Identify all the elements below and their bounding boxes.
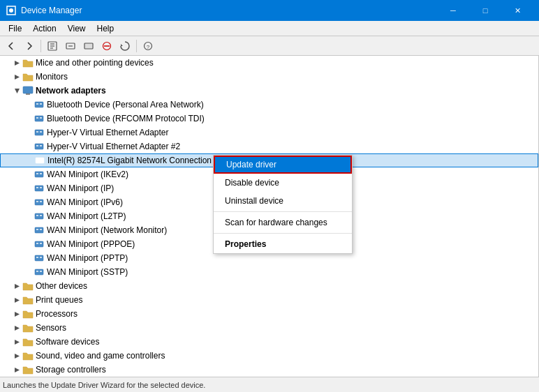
status-text: Launches the Update Driver Wizard for th… bbox=[3, 381, 205, 389]
menu-help[interactable]: Help bbox=[91, 21, 120, 36]
svg-rect-50 bbox=[36, 243, 38, 244]
expand-icon[interactable] bbox=[22, 211, 34, 222]
svg-rect-30 bbox=[40, 145, 42, 146]
tree-item-label: WAN Miniport (IKEv2) bbox=[47, 169, 128, 179]
node-icon bbox=[22, 364, 34, 375]
tree-item-label: Hyper-V Virtual Ethernet Adapter #2 bbox=[47, 142, 180, 151]
tree-item-software[interactable]: Software devices bbox=[0, 335, 538, 349]
tree-item-sound[interactable]: Sound, video and game controllers bbox=[0, 349, 538, 363]
expand-icon[interactable] bbox=[11, 308, 22, 319]
tree-item-bluetooth2[interactable]: Bluetooth Device (RFCOMM Protocol TDI) bbox=[0, 112, 538, 126]
tree-item-network[interactable]: Network adapters bbox=[0, 84, 538, 98]
menu-view[interactable]: View bbox=[62, 21, 91, 36]
context-update-driver[interactable]: Update driver bbox=[214, 156, 352, 174]
tree-item-label: Processors bbox=[36, 309, 77, 319]
svg-rect-54 bbox=[40, 257, 42, 258]
svg-marker-16 bbox=[15, 89, 20, 93]
tree-item-wan-sstp[interactable]: WAN Miniport (SSTP) bbox=[0, 265, 538, 279]
toolbar-properties[interactable] bbox=[44, 38, 61, 54]
expand-icon[interactable] bbox=[22, 127, 34, 138]
tree-item-print[interactable]: Print queues bbox=[0, 293, 538, 307]
toolbar-uninstall[interactable] bbox=[98, 38, 115, 54]
tree-item-mice[interactable]: Mice and other pointing devices bbox=[0, 56, 538, 70]
expand-icon[interactable] bbox=[22, 225, 34, 236]
context-separator-2 bbox=[214, 233, 352, 234]
svg-text:?: ? bbox=[147, 44, 150, 50]
tree-item-other[interactable]: Other devices bbox=[0, 279, 538, 293]
svg-marker-60 bbox=[15, 312, 20, 317]
svg-rect-34 bbox=[35, 172, 43, 177]
node-icon bbox=[22, 294, 34, 306]
svg-rect-55 bbox=[35, 269, 43, 275]
toolbar-help[interactable]: ? bbox=[140, 38, 156, 54]
expand-icon[interactable] bbox=[11, 336, 22, 347]
context-disable-device[interactable]: Disable device bbox=[214, 174, 352, 192]
node-icon bbox=[34, 141, 45, 152]
expand-icon[interactable] bbox=[22, 239, 34, 250]
svg-rect-48 bbox=[40, 229, 42, 230]
expand-icon[interactable] bbox=[11, 85, 22, 96]
expand-icon[interactable] bbox=[22, 266, 34, 278]
expand-icon[interactable] bbox=[22, 113, 34, 124]
expand-icon[interactable] bbox=[22, 197, 34, 208]
toolbar-forward[interactable] bbox=[21, 38, 38, 54]
expand-icon[interactable] bbox=[11, 71, 22, 82]
node-icon bbox=[34, 183, 45, 194]
toolbar-back[interactable] bbox=[3, 38, 20, 54]
expand-icon[interactable] bbox=[11, 322, 22, 333]
close-button[interactable]: ✕ bbox=[501, 0, 533, 21]
tree-item-monitors[interactable]: Monitors bbox=[0, 70, 538, 84]
tree-item-storage[interactable]: Storage controllers bbox=[0, 363, 538, 377]
menu-action[interactable]: Action bbox=[27, 21, 61, 36]
node-icon bbox=[22, 322, 34, 333]
svg-marker-64 bbox=[15, 368, 20, 372]
svg-marker-63 bbox=[15, 354, 20, 359]
svg-rect-33 bbox=[40, 159, 43, 160]
expand-icon[interactable] bbox=[22, 141, 34, 152]
expand-icon[interactable] bbox=[11, 57, 22, 68]
svg-rect-39 bbox=[40, 187, 42, 188]
tree-item-label: Storage controllers bbox=[36, 365, 106, 375]
svg-marker-15 bbox=[15, 75, 20, 80]
window-controls: ─ □ ✕ bbox=[437, 0, 533, 21]
expand-icon[interactable] bbox=[22, 252, 34, 264]
window-title: Device Manager bbox=[21, 6, 437, 15]
toolbar-update-driver[interactable] bbox=[62, 38, 79, 54]
expand-icon[interactable] bbox=[22, 169, 34, 180]
menu-file[interactable]: File bbox=[3, 21, 27, 36]
tree-item-label: Bluetooth Device (Personal Area Network) bbox=[47, 100, 204, 110]
expand-icon[interactable] bbox=[22, 99, 34, 110]
svg-rect-41 bbox=[36, 201, 38, 202]
context-uninstall-device[interactable]: Uninstall device bbox=[214, 192, 352, 210]
toolbar-scan[interactable] bbox=[117, 38, 133, 54]
tree-item-processors[interactable]: Processors bbox=[0, 307, 538, 321]
minimize-button[interactable]: ─ bbox=[437, 0, 469, 21]
node-icon bbox=[34, 197, 45, 208]
context-scan-hardware[interactable]: Scan for hardware changes bbox=[214, 213, 352, 232]
context-properties[interactable]: Properties bbox=[214, 235, 352, 253]
tree-item-label: WAN Miniport (PPPOE) bbox=[47, 239, 135, 249]
tree-item-hyperv2[interactable]: Hyper-V Virtual Ethernet Adapter #2 bbox=[0, 140, 538, 153]
tree-item-label: Other devices bbox=[36, 281, 87, 291]
menu-bar: File Action View Help bbox=[0, 21, 539, 36]
node-icon bbox=[34, 252, 45, 264]
tree-item-label: Bluetooth Device (RFCOMM Protocol TDI) bbox=[47, 114, 205, 123]
tree-item-label: WAN Miniport (Network Monitor) bbox=[47, 225, 167, 235]
node-icon bbox=[34, 211, 45, 222]
svg-rect-28 bbox=[35, 144, 43, 149]
expand-icon[interactable] bbox=[11, 364, 22, 375]
node-icon bbox=[34, 113, 45, 124]
expand-icon[interactable] bbox=[23, 155, 34, 166]
toolbar-disable[interactable] bbox=[80, 38, 97, 54]
expand-icon[interactable] bbox=[11, 294, 22, 306]
tree-item-bluetooth1[interactable]: Bluetooth Device (Personal Area Network) bbox=[0, 98, 538, 112]
svg-rect-49 bbox=[35, 241, 43, 247]
expand-icon[interactable] bbox=[11, 280, 22, 292]
maximize-button[interactable]: □ bbox=[469, 0, 501, 21]
expand-icon[interactable] bbox=[11, 350, 22, 361]
expand-icon[interactable] bbox=[22, 183, 34, 194]
tree-item-sensors[interactable]: Sensors bbox=[0, 321, 538, 335]
svg-rect-23 bbox=[36, 117, 38, 119]
tree-item-label: Software devices bbox=[36, 337, 99, 347]
tree-item-hyperv1[interactable]: Hyper-V Virtual Ethernet Adapter bbox=[0, 126, 538, 140]
